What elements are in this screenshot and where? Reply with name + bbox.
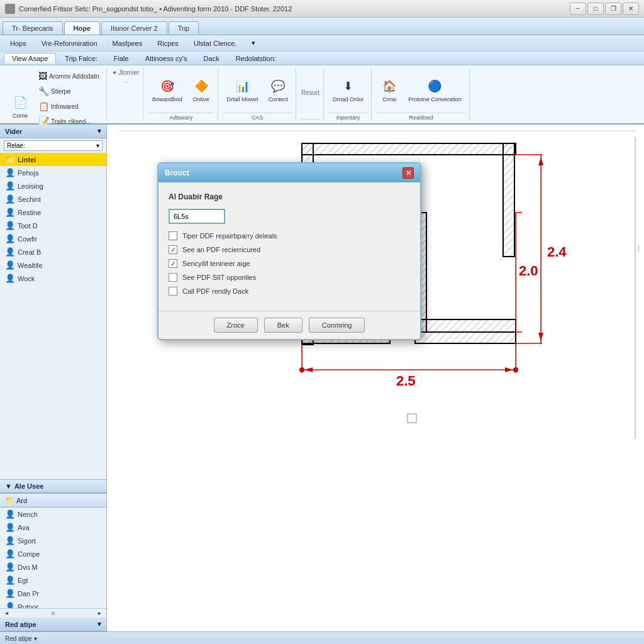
dialog-checkbox-item-0: Tiper DDF repairbparry deleals (169, 231, 410, 240)
ribbon-top-more[interactable]: ▾ (245, 38, 262, 48)
tab-ilsinor[interactable]: Ilsinor Cerver 2 (101, 21, 167, 35)
rutpor-icon: 👤 (5, 602, 15, 608)
sidebar-item-creatb[interactable]: 👤 Creat B (0, 245, 106, 258)
sidebar-section-vider: Vider ▾ (0, 125, 106, 138)
dialog-checkbox-2[interactable] (169, 259, 177, 268)
dialog-checkbox-label-2: Sencyilif tenineer aige (182, 260, 250, 267)
dialog-checkbox-4[interactable] (169, 287, 177, 296)
ribbon-group-inpentary: ⬇ Drnad Onlor Inpentary (325, 68, 372, 121)
ribbon-group-resurt: Resurt (297, 68, 324, 121)
ribbon-top-masfpees[interactable]: Masfpees (106, 38, 149, 48)
ale-usee-icon: ▼ (5, 482, 12, 490)
dialog-btn-zroce[interactable]: Zroce (214, 318, 258, 333)
compe-icon: 👤 (5, 549, 15, 558)
dialog-btn-conmring[interactable]: Conmring (309, 318, 365, 333)
ribbon-btn-drtail[interactable]: 📊 Drtail Mowet (223, 75, 262, 105)
sidebar-item-leoising[interactable]: 👤 Leoising (0, 179, 106, 192)
sechint-icon: 👤 (5, 194, 15, 204)
sidebar-item-lintei[interactable]: 📁 Lintei (0, 153, 106, 166)
restore-button[interactable]: □ (587, 3, 604, 15)
sidebar-item-egt[interactable]: 👤 Egt (0, 574, 106, 587)
ribbon-tab-viewasape[interactable]: View Asape (4, 53, 56, 64)
sidebar-item-restine[interactable]: 👤 Restine (0, 206, 106, 219)
tab-hope[interactable]: Hope (64, 21, 101, 35)
dialog-checkbox-label-4: Call PDF rendly Dack (182, 287, 248, 295)
ribbon-tab-fiale[interactable]: Fiale (106, 53, 136, 64)
bottom-dropdown-icon: ▾ (97, 620, 101, 628)
drawing-area: 2.0 2.4 2.5 | (107, 125, 644, 631)
dialog-body: Al Duabir Rage Tiper DDF repairbparry de… (158, 182, 420, 311)
maximize-button[interactable]: ❐ (605, 3, 621, 15)
ribbon-btn-crme[interactable]: 🏠 Crme (377, 75, 402, 105)
ribbon: Hops Vre-Refonmiration Masfpees Ricpes U… (0, 35, 644, 125)
sidebar-item-ava[interactable]: 👤 Ava (0, 521, 106, 534)
ribbon-group-label-inpentary: Inpentary (329, 113, 367, 121)
infowared-icon: 📋 (38, 101, 49, 111)
danpr-icon: 👤 (5, 589, 15, 598)
statusbar: Red atipe ▾ (0, 631, 644, 644)
close-button[interactable]: ✕ (623, 3, 639, 15)
ribbon-top-hops[interactable]: Hops (4, 38, 33, 48)
stierpe-icon: 🔧 (38, 86, 49, 96)
nench-icon: 👤 (5, 509, 15, 519)
sidebar-item-cowfir[interactable]: 👤 Cowfir (0, 232, 106, 245)
ribbon-tab-dack[interactable]: Dack (196, 53, 227, 64)
dialog-footer: Zroce Bek Conmring (158, 311, 420, 339)
ribbon-tab-tripfalce[interactable]: Trip Falce: (57, 53, 105, 64)
titlebar: Cornerfied Fritsor Setc: Pm_sogpondst to… (0, 0, 644, 18)
ava-icon: 👤 (5, 523, 15, 532)
ribbon-tab-attinoess[interactable]: Attinoess cy's (138, 53, 195, 64)
ribbon-btn-protoine[interactable]: 🔵 Protoine Converation (404, 75, 465, 105)
ribbon-btn-ontive[interactable]: 🔶 Ontive (189, 75, 214, 105)
sidebar-item-wock[interactable]: 👤 Wock (0, 272, 106, 285)
sidebar-item-sigort[interactable]: 👤 Sigort (0, 534, 106, 547)
ribbon-btn-drnad[interactable]: ⬇ Drnad Onlor (329, 75, 367, 105)
sidebar-ale-usee-header: ▼ Ale Usee (0, 479, 106, 493)
sidebar: Vider ▾ Relae: ▾ 📁 Lintei 👤 Pehojs 👤 Leo… (0, 125, 107, 631)
dialog-btn-bek[interactable]: Bek (264, 318, 303, 333)
ribbon-top-ulstat[interactable]: Ulstat Clence. (187, 38, 243, 48)
ribbon-btn-infowared[interactable]: 📋 Infowared (35, 99, 103, 113)
tab-tr-bepecaris[interactable]: Tr- Bepecaris (3, 21, 63, 35)
sidebar-item-nench[interactable]: 👤 Nench (0, 508, 106, 521)
sidebar-item-wealtife[interactable]: 👤 Wealtife (0, 258, 106, 272)
bowandbod-icon: 🎯 (158, 77, 176, 95)
pehojs-icon: 👤 (5, 168, 15, 177)
dialog-subtitle: Al Duabir Rage (169, 192, 410, 201)
come-icon: 📄 (11, 94, 29, 111)
ribbon-btn-come[interactable]: 📄 Come (8, 91, 33, 121)
ribbon-group-adilcations: 📄 Come 🖼 Aromnv Addodatn 🔧 Stierpe 📋 Inf… (4, 68, 107, 121)
ribbon-btn-stierpe[interactable]: 🔧 Stierpe (35, 84, 103, 98)
ribbon-group-adtswary: 🎯 Bowandbod 🔶 Ontive Adtswary (145, 68, 218, 121)
sidebar-item-compe[interactable]: 👤 Compe (0, 547, 106, 560)
restine-icon: 👤 (5, 208, 15, 217)
minimize-button[interactable]: − (570, 3, 586, 15)
crme-icon: 🏠 (380, 77, 398, 95)
ribbon-btn-contect[interactable]: 💬 Contect (265, 75, 292, 105)
sidebar-item-pehojs[interactable]: 👤 Pehojs (0, 166, 106, 179)
ribbon-top-ricpes[interactable]: Ricpes (151, 38, 185, 48)
sidebar-item-dvom[interactable]: 👤 Dvo M (0, 560, 106, 574)
ribbon-group-label-cas: CAS (223, 113, 292, 121)
sidebar-item-danpr[interactable]: 👤 Dan Pr (0, 587, 106, 600)
cowfir-icon: 👤 (5, 234, 15, 243)
sidebar-item-sechint[interactable]: 👤 Sechint (0, 192, 106, 206)
ribbon-btn-aromnv[interactable]: 🖼 Aromnv Addodatn (35, 69, 103, 83)
sidebar-item-rutpor[interactable]: 👤 Rutpor (0, 600, 106, 608)
tab-trip[interactable]: Trip (169, 21, 199, 35)
dialog-checkbox-3[interactable] (169, 273, 177, 282)
ribbon-tab-redolatstion[interactable]: Redolatstion: (228, 53, 284, 64)
sidebar-relae-combo[interactable]: Relae: ▾ (4, 140, 103, 151)
ribbon-top-vrerefonmiration[interactable]: Vre-Refonmiration (35, 38, 104, 48)
ribbon-content: 📄 Come 🖼 Aromnv Addodatn 🔧 Stierpe 📋 Inf… (0, 65, 644, 123)
aromnv-icon: 🖼 (38, 71, 47, 81)
ribbon-tabs: View Asape Trip Falce: Fiale Attinoess c… (0, 52, 644, 65)
dialog-input-field[interactable] (169, 209, 225, 224)
dialog-checkbox-1[interactable] (169, 245, 177, 254)
ribbon-btn-bowandbod[interactable]: 🎯 Bowandbod (148, 75, 186, 105)
sidebar-item-tootd[interactable]: 👤 Toot D (0, 219, 106, 232)
dialog-close-button[interactable]: ✕ (402, 167, 414, 179)
dialog-checkbox-0[interactable] (169, 231, 177, 240)
wock-icon: 👤 (5, 274, 15, 283)
sigort-icon: 👤 (5, 536, 15, 545)
